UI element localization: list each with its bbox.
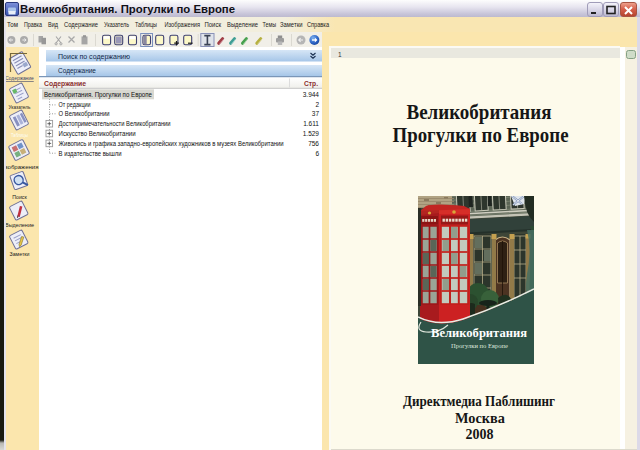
svg-text:Правка: Правка [24, 20, 42, 29]
svg-text:6: 6 [315, 150, 319, 157]
svg-text:Великобритания. Прогулки по Ев: Великобритания. Прогулки по Европе [20, 3, 235, 15]
svg-text:1: 1 [338, 51, 342, 58]
svg-text:Заметки: Заметки [280, 20, 303, 29]
svg-text:Прогулки по Европе: Прогулки по Европе [451, 342, 508, 350]
svg-text:Содержание: Содержание [5, 75, 34, 81]
svg-text:Директмедиа Паблишинг: Директмедиа Паблишинг [403, 392, 555, 409]
svg-text:Указатель: Указатель [9, 104, 31, 110]
svg-text:Указатель: Указатель [104, 20, 129, 29]
svg-text:Великобритания: Великобритания [431, 327, 527, 340]
svg-text:Прогулки по Европе: Прогулки по Европе [393, 122, 569, 147]
svg-text:О Великобритании: О Великобритании [59, 110, 110, 118]
svg-text:Таблицы: Таблицы [135, 20, 157, 29]
svg-text:Выделение: Выделение [5, 222, 35, 228]
svg-text:Достопримечательности Великобр: Достопримечательности Великобритании [59, 120, 171, 128]
svg-text:2008: 2008 [466, 425, 494, 442]
svg-text:Поиск: Поиск [205, 20, 222, 29]
svg-text:Великобритания. Прогулки по Ев: Великобритания. Прогулки по Европе [44, 91, 152, 99]
svg-text:Изображения: Изображения [165, 20, 201, 29]
svg-text:Содержание: Содержание [64, 20, 98, 29]
svg-text:Вид: Вид [48, 20, 59, 29]
svg-text:3.944: 3.944 [303, 91, 320, 98]
svg-text:Заметки: Заметки [10, 251, 30, 257]
svg-text:37: 37 [312, 110, 320, 117]
svg-text:Стр.: Стр. [304, 79, 318, 88]
svg-text:756: 756 [308, 140, 319, 147]
svg-text:Содержание: Содержание [58, 67, 96, 75]
svg-text:Поиск по содержанию: Поиск по содержанию [58, 53, 130, 61]
svg-text:Искусство Великобритании: Искусство Великобритании [59, 130, 136, 138]
svg-text:2: 2 [315, 101, 319, 108]
svg-text:Содержание: Содержание [44, 79, 86, 88]
svg-text:Великобритания: Великобритания [407, 99, 552, 124]
svg-text:1.611: 1.611 [303, 120, 319, 127]
svg-text:Таблицы: Таблицы [11, 132, 28, 138]
svg-text:В издательстве вышли: В издательстве вышли [59, 150, 122, 158]
svg-text:Изображения: Изображения [1, 164, 39, 170]
svg-text:Справка: Справка [307, 20, 329, 29]
svg-text:Темы: Темы [263, 20, 277, 29]
svg-text:Поиск: Поиск [12, 194, 27, 200]
svg-text:От редакции: От редакции [59, 101, 91, 109]
svg-text:1.529: 1.529 [303, 130, 320, 137]
svg-text:Москва: Москва [455, 409, 505, 426]
svg-text:Живопись и графика западно-евр: Живопись и графика западно-европейских х… [59, 140, 284, 148]
svg-text:Том: Том [7, 20, 18, 29]
svg-text:Выделение: Выделение [227, 20, 258, 29]
